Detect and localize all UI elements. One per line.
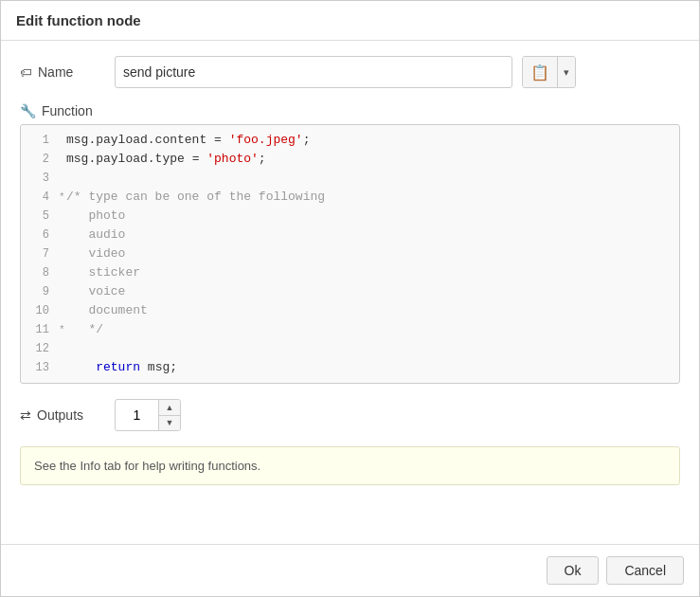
line-content: */ xyxy=(66,320,679,339)
code-line: 11* */ xyxy=(21,320,679,339)
line-content: video xyxy=(66,244,679,263)
name-dropdown-button[interactable]: ▾ xyxy=(558,57,575,87)
outputs-input[interactable] xyxy=(116,404,158,426)
line-content: document xyxy=(66,301,679,320)
line-number: 12 xyxy=(21,339,59,358)
name-icon-button[interactable]: 📋 xyxy=(523,57,558,87)
code-line: 12 xyxy=(21,339,679,358)
line-content: return msg; xyxy=(66,358,679,377)
code-line: 6 audio xyxy=(21,226,679,244)
outputs-label: ⇄ Outputs xyxy=(20,407,105,423)
function-label: 🔧 Function xyxy=(20,103,680,118)
line-content: photo xyxy=(66,207,679,226)
outputs-icon: ⇄ xyxy=(20,407,31,423)
line-number: 2 xyxy=(21,150,59,169)
line-number: 11 xyxy=(21,320,59,339)
line-content: msg.payload.type = 'photo'; xyxy=(66,150,679,169)
line-marker: * xyxy=(59,188,66,207)
name-action-group: 📋 ▾ xyxy=(522,56,576,88)
line-number: 3 xyxy=(21,169,59,188)
line-content: sticker xyxy=(66,263,679,282)
code-line: 13 return msg; xyxy=(21,358,679,377)
spinner-buttons: ▲ ▼ xyxy=(158,400,180,430)
line-number: 8 xyxy=(21,263,59,282)
cancel-button[interactable]: Cancel xyxy=(606,556,684,585)
code-line: 2msg.payload.type = 'photo'; xyxy=(21,150,679,169)
code-line: 9 voice xyxy=(21,282,679,301)
line-number: 10 xyxy=(21,301,59,320)
line-content xyxy=(66,169,679,188)
name-input[interactable] xyxy=(115,56,512,88)
line-content: audio xyxy=(66,226,679,244)
name-label: 🏷 Name xyxy=(20,64,105,80)
info-box: See the Info tab for help writing functi… xyxy=(20,446,680,485)
line-number: 4 xyxy=(21,188,59,207)
ok-button[interactable]: Ok xyxy=(547,556,600,585)
edit-function-dialog: Edit function node 🏷 Name 📋 ▾ 🔧 Function… xyxy=(0,0,700,597)
name-row: 🏷 Name 📋 ▾ xyxy=(20,56,680,88)
spinner-up-button[interactable]: ▲ xyxy=(159,400,180,416)
line-content: /* type can be one of the following xyxy=(66,188,679,207)
line-marker: * xyxy=(59,320,66,339)
tag-icon: 🏷 xyxy=(20,65,32,80)
line-content xyxy=(66,339,679,358)
line-number: 7 xyxy=(21,244,59,263)
line-content: msg.payload.content = 'foo.jpeg'; xyxy=(66,131,679,150)
line-number: 13 xyxy=(21,358,59,377)
code-line: 3 xyxy=(21,169,679,188)
code-line: 7 video xyxy=(21,244,679,263)
function-section: 🔧 Function 1msg.payload.content = 'foo.j… xyxy=(20,103,680,384)
code-line: 10 document xyxy=(21,301,679,320)
dialog-title: Edit function node xyxy=(1,1,699,41)
code-line: 1msg.payload.content = 'foo.jpeg'; xyxy=(21,131,679,150)
line-number: 1 xyxy=(21,131,59,150)
line-number: 5 xyxy=(21,207,59,226)
dialog-footer: Ok Cancel xyxy=(1,544,699,596)
code-editor[interactable]: 1msg.payload.content = 'foo.jpeg';2msg.p… xyxy=(20,124,680,384)
dialog-body: 🏷 Name 📋 ▾ 🔧 Function 1msg.payload.conte… xyxy=(1,41,699,544)
outputs-spinner: ▲ ▼ xyxy=(115,399,181,431)
outputs-row: ⇄ Outputs ▲ ▼ xyxy=(20,399,680,431)
code-line: 4*/* type can be one of the following xyxy=(21,188,679,207)
code-line: 8 sticker xyxy=(21,263,679,282)
info-text: See the Info tab for help writing functi… xyxy=(34,459,260,473)
code-line: 5 photo xyxy=(21,207,679,226)
line-number: 9 xyxy=(21,282,59,301)
wrench-icon: 🔧 xyxy=(20,103,36,118)
spinner-down-button[interactable]: ▼ xyxy=(159,416,180,431)
line-content: voice xyxy=(66,282,679,301)
line-number: 6 xyxy=(21,226,59,244)
